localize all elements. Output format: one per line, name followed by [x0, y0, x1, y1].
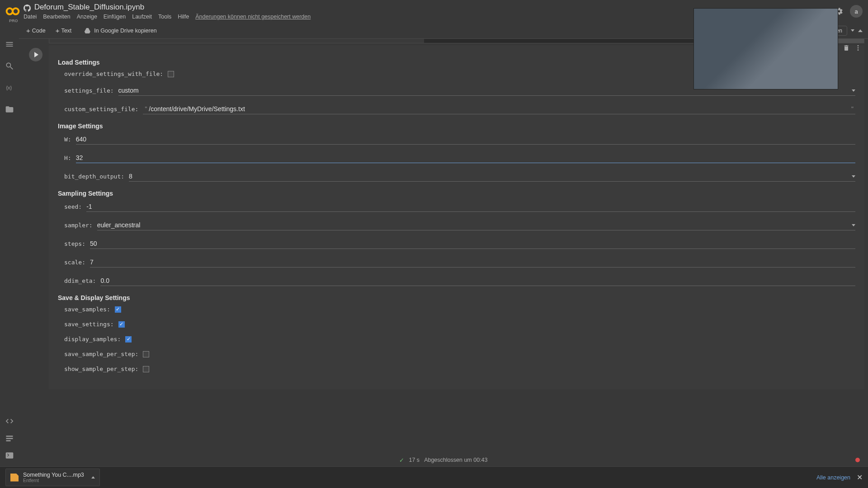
scale-label: scale: — [64, 259, 85, 266]
override-checkbox[interactable] — [168, 71, 174, 77]
status-text: Abgeschlossen um 00:43 — [424, 457, 487, 463]
main: Load Settings override_settings_with_fil… — [19, 39, 868, 466]
save-sample-per-step-label: save_sample_per_step: — [64, 351, 138, 357]
download-item[interactable]: Something You C....mp3 Entfernt — [5, 469, 100, 486]
check-icon: ✓ — [399, 457, 404, 464]
form-cell: Load Settings override_settings_with_fil… — [49, 45, 864, 389]
status-time: 17 s — [409, 457, 420, 463]
svg-point-1 — [13, 8, 19, 14]
copy-to-drive-button[interactable]: In Google Drive kopieren — [80, 25, 160, 36]
close-icon[interactable]: ✕ — [857, 473, 863, 482]
collapse-icon[interactable] — [858, 29, 863, 32]
scale-input[interactable] — [90, 257, 855, 267]
search-icon[interactable] — [4, 61, 15, 71]
override-label: override_settings_with_file: — [64, 70, 163, 77]
save-sample-per-step-checkbox[interactable] — [143, 351, 149, 357]
show-sample-per-step-checkbox[interactable] — [143, 366, 149, 372]
svg-rect-3 — [6, 436, 13, 437]
svg-rect-4 — [6, 438, 13, 439]
menu-anzeige[interactable]: Anzeige — [77, 14, 97, 20]
bit-depth-label: bit_depth_output: — [64, 173, 124, 180]
steps-input[interactable] — [90, 239, 855, 249]
github-icon — [24, 5, 31, 12]
custom-settings-file-input[interactable] — [149, 104, 849, 114]
steps-label: steps: — [64, 240, 85, 247]
menu-laufzeit[interactable]: Laufzeit — [132, 14, 152, 20]
save-display-title: Save & Display Settings — [58, 294, 855, 301]
download-filename: Something You C....mp3 — [23, 472, 84, 478]
status-bar: ✓ 17 s Abgeschlossen um 00:43 — [19, 454, 868, 466]
drive-icon — [84, 27, 91, 34]
recording-indicator-icon — [855, 458, 860, 462]
w-input[interactable] — [76, 134, 855, 145]
add-text-button[interactable]: +Text — [52, 25, 75, 36]
add-code-button[interactable]: +Code — [23, 25, 49, 36]
notebook-title[interactable]: Deforum_Stable_Diffusion.ipynb — [34, 3, 145, 11]
bit-depth-select[interactable]: 8 — [129, 171, 855, 182]
image-settings-title: Image Settings — [58, 122, 855, 130]
code-snippets-icon[interactable] — [4, 416, 15, 427]
save-warning[interactable]: Änderungen können nicht gespeichert werd… — [195, 14, 311, 20]
sampler-select[interactable]: euler_ancestral — [97, 220, 855, 230]
menu-einfuegen[interactable]: Einfügen — [104, 14, 126, 20]
seed-label: seed: — [64, 203, 82, 210]
save-settings-label: save_settings: — [64, 321, 114, 328]
show-sample-per-step-label: show_sample_per_step: — [64, 366, 138, 372]
sampling-settings-title: Sampling Settings — [58, 190, 855, 197]
menu-hilfe[interactable]: Hilfe — [178, 14, 189, 20]
delete-cell-icon[interactable] — [843, 44, 850, 53]
sampler-label: sampler: — [64, 222, 93, 229]
run-cell-button[interactable] — [29, 48, 42, 61]
menu-datei[interactable]: Datei — [24, 14, 37, 20]
custom-settings-file-label: custom_settings_file: — [64, 106, 138, 113]
menu-bearbeiten[interactable]: Bearbeiten — [43, 14, 70, 20]
save-settings-checkbox[interactable] — [118, 321, 125, 328]
more-cell-icon[interactable] — [854, 44, 862, 53]
cell: Load Settings override_settings_with_fil… — [23, 45, 864, 389]
downloads-bar: Something You C....mp3 Entfernt Alle anz… — [0, 466, 868, 488]
svg-point-8 — [858, 49, 859, 51]
file-icon — [10, 474, 19, 482]
chevron-down-icon — [852, 224, 855, 226]
w-label: W: — [64, 136, 71, 143]
ddim-eta-label: ddim_eta: — [64, 277, 96, 284]
toc-icon[interactable] — [4, 39, 15, 50]
seed-input[interactable] — [86, 202, 855, 212]
custom-settings-file-field[interactable]: " " — [143, 104, 855, 114]
download-status: Entfernt — [23, 478, 84, 483]
terminal-icon[interactable] — [4, 450, 15, 461]
chevron-down-icon — [852, 175, 855, 178]
colab-logo: PRO — [5, 4, 20, 19]
webcam-overlay — [693, 8, 838, 89]
chevron-down-icon — [852, 89, 855, 92]
show-all-downloads[interactable]: Alle anzeigen — [816, 474, 850, 481]
svg-point-7 — [858, 47, 859, 49]
files-icon[interactable] — [4, 104, 15, 115]
save-samples-label: save_samples: — [64, 306, 110, 313]
ddim-eta-input[interactable] — [100, 276, 855, 286]
avatar[interactable]: a — [850, 5, 863, 18]
left-sidebar: {x} — [0, 23, 19, 466]
menu-tools[interactable]: Tools — [158, 14, 171, 20]
display-samples-label: display_samples: — [64, 336, 121, 343]
command-palette-icon[interactable] — [4, 433, 15, 444]
svg-point-6 — [858, 45, 859, 47]
chevron-up-icon[interactable] — [91, 476, 95, 479]
svg-text:{x}: {x} — [6, 85, 12, 90]
svg-rect-5 — [6, 440, 11, 441]
connect-dropdown-icon[interactable] — [851, 29, 854, 32]
variables-icon[interactable]: {x} — [4, 82, 15, 93]
display-samples-checkbox[interactable] — [125, 336, 132, 343]
h-label: H: — [64, 155, 71, 161]
save-samples-checkbox[interactable] — [115, 306, 121, 313]
settings-file-label: settings_file: — [64, 87, 114, 94]
h-input[interactable] — [76, 153, 855, 163]
